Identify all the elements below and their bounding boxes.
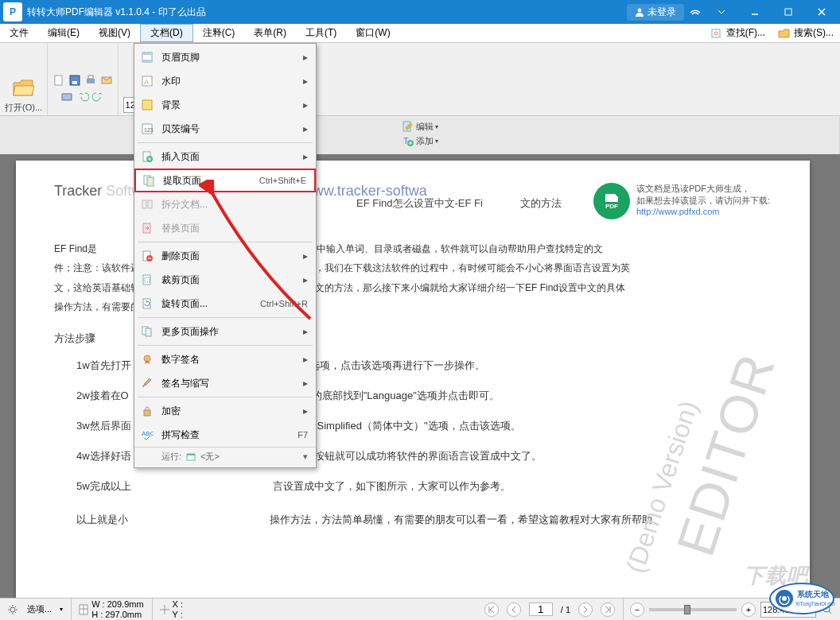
menu-split[interactable]: 拆分文档... (134, 192, 316, 216)
header-footer-icon (139, 49, 155, 65)
split-icon (139, 196, 155, 212)
rotate-icon (139, 296, 155, 312)
menu-spellcheck[interactable]: ABC拼写检查F7 (134, 423, 316, 447)
options-button[interactable]: 选项... (27, 603, 52, 615)
svg-text:ABC: ABC (142, 430, 154, 437)
svg-point-67 (144, 355, 150, 362)
undo-icon[interactable] (76, 90, 89, 103)
svg-text:A: A (144, 78, 149, 86)
pdf-badge-icon: PDF (593, 183, 630, 219)
menu-rotate-page[interactable]: 旋转页面...Ctrl+Shift+R (134, 292, 316, 316)
menu-bates[interactable]: 123贝茨编号▸ (134, 117, 316, 141)
svg-text:系统天地: 系统天地 (796, 590, 830, 599)
svg-rect-71 (187, 454, 195, 455)
zoom-slider[interactable] (649, 608, 737, 611)
svg-rect-4 (55, 76, 62, 85)
save-icon[interactable] (68, 74, 81, 87)
svg-rect-2 (712, 29, 720, 37)
lock-icon (139, 403, 155, 419)
extract-page-icon (141, 172, 157, 188)
menu-crop-page[interactable]: 裁剪页面▸ (134, 268, 316, 292)
menu-extract-page[interactable]: 提取页面...Ctrl+Shift+E (134, 169, 316, 192)
svg-rect-48 (142, 60, 152, 62)
menu-form[interactable]: 表单(R) (244, 24, 296, 42)
cursor-pos: X :Y : (152, 599, 183, 620)
edit-icon (402, 120, 414, 133)
redo-icon[interactable] (92, 90, 105, 103)
replace-icon (139, 220, 155, 236)
zoom-plus-button[interactable]: + (741, 603, 756, 617)
menu-edit[interactable]: 编辑(E) (38, 24, 89, 42)
folder-search-icon (778, 27, 791, 40)
svg-point-77 (782, 596, 787, 601)
menu-digital-sign[interactable]: 数字签名▸ (134, 347, 316, 371)
svg-point-0 (638, 9, 642, 13)
menu-watermark[interactable]: A水印▸ (134, 69, 316, 93)
svg-rect-68 (144, 410, 150, 416)
page-input[interactable] (529, 603, 553, 616)
page-size: W : 209.9mmH : 297.0mm (71, 599, 143, 620)
menu-run-row[interactable]: 运行:<无>▾ (134, 447, 316, 466)
maximize-button[interactable] (773, 0, 803, 24)
menu-header-footer[interactable]: 页眉页脚▸ (134, 45, 316, 69)
next-page-button[interactable] (578, 603, 593, 617)
window-icon (186, 452, 196, 462)
minimize-button[interactable] (740, 0, 770, 24)
ribbon-open-group: 打开(O)... (0, 43, 48, 115)
crosshair-icon (159, 604, 170, 615)
zoom-minus-button[interactable]: − (630, 603, 644, 617)
search-button[interactable]: 搜索(S)... (772, 24, 840, 42)
prev-page-button[interactable] (507, 603, 521, 617)
find-icon (710, 27, 723, 40)
folder-open-icon (11, 75, 37, 100)
mail-icon[interactable] (100, 74, 113, 87)
svg-rect-10 (62, 94, 72, 100)
wifi-icon[interactable] (687, 4, 703, 20)
menu-annotate[interactable]: 注释(C) (193, 24, 245, 42)
menu-document[interactable]: 文档(D) (140, 24, 193, 42)
pen-icon (139, 375, 155, 391)
last-page-button[interactable] (601, 603, 615, 617)
svg-rect-7 (87, 79, 95, 83)
menu-file[interactable]: 文件 (0, 24, 38, 42)
add-button[interactable]: T添加▾ (402, 134, 438, 147)
menubar: 文件 编辑(E) 视图(V) 文档(D) 注释(C) 表单(R) 工具(T) 窗… (0, 24, 840, 43)
find-button[interactable]: 查找(F)... (704, 24, 772, 42)
menu-tool[interactable]: 工具(T) (296, 24, 346, 42)
dropdown-button[interactable] (706, 0, 737, 24)
menu-insert-page[interactable]: 插入页面▸ (134, 145, 316, 169)
document-viewport[interactable]: Tracker Software (Canada) Ltd. • http://… (0, 154, 840, 598)
cert-icon (139, 351, 155, 367)
menu-encrypt[interactable]: 加密▸ (134, 399, 316, 423)
scan-icon[interactable] (60, 90, 73, 103)
svg-rect-59 (148, 200, 152, 208)
svg-text:123: 123 (144, 127, 154, 133)
svg-rect-66 (146, 328, 151, 336)
page-total: / 1 (561, 605, 570, 614)
window-title: 转转大师PDF编辑器 v1.1.0.4 - 印了么出品 (27, 6, 627, 19)
menu-signature[interactable]: 签名与缩写▸ (134, 371, 316, 395)
menu-background[interactable]: 背景▸ (134, 93, 316, 117)
svg-rect-51 (142, 100, 152, 110)
first-page-button[interactable] (484, 603, 499, 617)
menu-more-page-ops[interactable]: 更多页面操作▸ (134, 320, 316, 343)
menu-delete-page[interactable]: 删除页面▸ (134, 244, 316, 268)
print-icon[interactable] (84, 74, 97, 87)
titlebar: P 转转大师PDF编辑器 v1.1.0.4 - 印了么出品 未登录 (0, 0, 840, 24)
gear-icon[interactable] (6, 603, 19, 616)
pdfxd-link[interactable]: http://www.pdfxd.com (636, 207, 720, 216)
statusbar: 选项...▾ W : 209.9mmH : 297.0mm X :Y : / 1… (0, 598, 840, 620)
delete-page-icon (139, 248, 155, 264)
ribbon-quick-group (48, 43, 119, 115)
close-button[interactable] (807, 0, 837, 24)
pages-icon (139, 324, 155, 339)
menu-replace-page[interactable]: 替换页面 (134, 216, 316, 240)
edit-button[interactable]: 编辑▾ (402, 120, 438, 133)
user-status[interactable]: 未登录 (627, 4, 684, 21)
new-icon[interactable] (52, 74, 65, 87)
open-button[interactable]: 打开(O)... (5, 75, 42, 114)
menu-window[interactable]: 窗口(W) (346, 24, 399, 42)
watermark-icon: A (139, 73, 155, 89)
menu-view[interactable]: 视图(V) (89, 24, 140, 42)
app-logo: P (3, 2, 22, 21)
